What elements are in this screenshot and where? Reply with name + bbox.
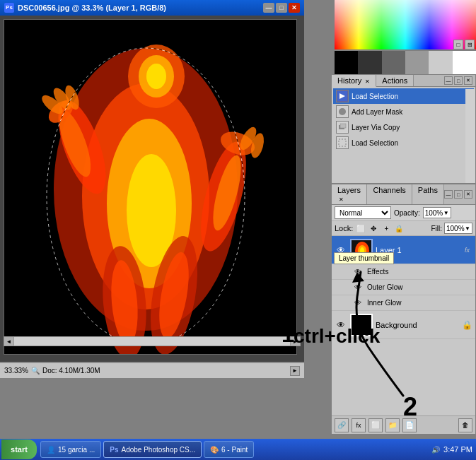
history-panel: History ✕ Actions — □ ✕ Load Selection: [331, 74, 476, 184]
opacity-row: Opacity: 100% ▼: [394, 207, 451, 218]
add-mask-btn[interactable]: ⬜: [368, 418, 383, 432]
taskbar: start 👤 15 garcia ... Ps Adobe Photoshop…: [0, 439, 476, 460]
effects-eye-icon[interactable]: 👁: [353, 267, 363, 277]
panel-min-btn[interactable]: —: [444, 76, 453, 85]
close-button[interactable]: ✕: [289, 3, 300, 13]
history-close-btn[interactable]: ✕: [365, 78, 370, 85]
panel-max-btn[interactable]: □: [454, 76, 463, 85]
svg-rect-31: [340, 124, 346, 128]
history-scrollbar[interactable]: [465, 89, 475, 183]
background-thumbnail: [350, 314, 373, 336]
taskbar-clock: 3:47 PM: [443, 445, 472, 454]
horizontal-scrollbar[interactable]: ◄ ►: [4, 336, 301, 346]
layers-panel: Layers ✕ Channels Paths — □ ✕ Normal Opa…: [331, 184, 476, 435]
start-button[interactable]: start: [1, 440, 37, 459]
system-tray: 🔊: [431, 446, 440, 454]
panel-close-btn[interactable]: ✕: [464, 76, 472, 85]
taskbar-item-0[interactable]: 👤 15 garcia ...: [40, 441, 101, 458]
lock-position-btn[interactable]: ✥: [368, 223, 378, 233]
history-item-icon-0: [336, 90, 349, 102]
layers-close-btn[interactable]: ✕: [464, 190, 472, 199]
history-panel-content: Load Selection Add Layer Mask Layer Via …: [332, 87, 475, 152]
canvas-area: ◄ ►: [0, 16, 304, 362]
lock-icon-btn[interactable]: 🔒: [394, 223, 404, 233]
link-layers-btn[interactable]: 🔗: [335, 418, 349, 432]
canvas-svg: [4, 20, 297, 355]
canvas-border: [4, 19, 297, 355]
fill-input[interactable]: 100% ▼: [444, 223, 472, 234]
taskbar-icon-2: 🎨: [210, 446, 219, 454]
layers-max-btn[interactable]: □: [454, 190, 463, 199]
layer1-visibility-btn[interactable]: 👁: [335, 244, 347, 256]
layer1-outer-glow-item[interactable]: 👁 Outer Glow: [332, 280, 475, 295]
panel-control-btns: — □ ✕: [444, 75, 475, 86]
new-layer-btn[interactable]: 📄: [402, 418, 417, 432]
right-panels: □ ⊞ History ✕ Actions — □ ✕: [331, 0, 476, 438]
zoom-level: 33.33%: [4, 367, 28, 375]
color-swatch-area: □ ⊞: [335, 0, 476, 74]
layer1-thumbnail: [350, 239, 373, 261]
layer1-inner-glow-item[interactable]: 👁 Inner Glow: [332, 295, 475, 311]
tab-actions[interactable]: Actions: [376, 75, 414, 86]
document-window: Ps DSC00656.jpg @ 33.3% (Layer 1, RGB/8)…: [0, 0, 304, 378]
blend-mode-select[interactable]: Normal: [335, 206, 391, 219]
swatch-btn2[interactable]: ⊞: [465, 40, 475, 49]
taskbar-right: 🔊 3:47 PM: [431, 445, 476, 454]
fill-arrow[interactable]: ▼: [465, 225, 470, 232]
layers-spacer: [332, 339, 475, 353]
taskbar-items: 👤 15 garcia ... Ps Adobe Photoshop CS...…: [40, 441, 431, 458]
new-group-btn[interactable]: 📁: [385, 418, 400, 432]
layer-item-layer1[interactable]: 👁 Layer 1 fx: [332, 236, 475, 264]
swatch-controls: □ ⊞: [453, 40, 475, 49]
svg-point-7: [146, 64, 166, 89]
layer-item-background[interactable]: 👁 Background 🔒: [332, 311, 475, 339]
lock-all-btn[interactable]: +: [381, 223, 391, 233]
layers-toolbar: 🔗 fx ⬜ 📁 📄 🗑: [332, 415, 475, 434]
layers-panel-tabs: Layers ✕ Channels Paths — □ ✕: [332, 184, 475, 205]
maximize-button[interactable]: □: [276, 3, 287, 13]
layers-close-x[interactable]: ✕: [339, 196, 344, 203]
history-item-3[interactable]: Load Selection: [333, 135, 474, 151]
taskbar-icon-1: Ps: [110, 446, 118, 454]
tab-channels[interactable]: Channels: [367, 184, 412, 204]
lock-pixels-btn[interactable]: ⬜: [356, 223, 366, 233]
doc-info: Doc: 4.10M/1.30M: [42, 367, 100, 375]
layers-min-btn[interactable]: —: [444, 190, 453, 199]
history-item-1[interactable]: Add Layer Mask: [333, 104, 474, 119]
tab-paths[interactable]: Paths: [412, 184, 444, 204]
minimize-button[interactable]: —: [263, 3, 274, 13]
history-item-icon-1: [336, 105, 349, 118]
history-item-0[interactable]: Load Selection: [333, 88, 474, 104]
swatch-btn1[interactable]: □: [453, 40, 463, 49]
taskbar-item-1[interactable]: Ps Adobe Photoshop CS...: [103, 441, 202, 458]
document-statusbar: 33.33% 🔍 Doc: 4.10M/1.30M ►: [0, 362, 304, 378]
background-visibility-btn[interactable]: 👁: [335, 319, 347, 331]
opacity-input[interactable]: 100% ▼: [423, 207, 451, 218]
inner-glow-eye-icon[interactable]: 👁: [353, 298, 363, 308]
add-effect-btn[interactable]: fx: [352, 418, 366, 432]
ps-icon: Ps: [4, 3, 14, 13]
scroll-right-btn[interactable]: ►: [290, 337, 300, 346]
history-item-icon-2: [336, 121, 349, 134]
document-titlebar: Ps DSC00656.jpg @ 33.3% (Layer 1, RGB/8)…: [0, 0, 304, 16]
history-item-2[interactable]: Layer Via Copy: [333, 119, 474, 135]
lock-row: Lock: ⬜ ✥ + 🔒 Fill: 100% ▼: [332, 221, 475, 236]
fill-info: Fill: 100% ▼: [431, 223, 472, 234]
status-arrow-btn[interactable]: ►: [290, 366, 300, 376]
tab-layers[interactable]: Layers ✕: [332, 184, 367, 204]
svg-point-28: [339, 108, 346, 115]
history-panel-tabs: History ✕ Actions — □ ✕: [332, 75, 475, 87]
delete-layer-btn[interactable]: 🗑: [458, 418, 472, 432]
taskbar-item-2[interactable]: 🎨 6 - Paint: [204, 441, 254, 458]
svg-point-37: [360, 247, 364, 254]
grayscale-row: [335, 51, 476, 74]
history-item-icon-3: [336, 136, 349, 149]
tab-history[interactable]: History ✕: [332, 75, 376, 87]
layers-panel-controls: — □ ✕: [444, 184, 475, 204]
opacity-arrow[interactable]: ▼: [443, 210, 449, 216]
taskbar-icon-0: 👤: [47, 446, 55, 454]
outer-glow-eye-icon[interactable]: 👁: [353, 283, 363, 293]
layer1-effects-item[interactable]: 👁 Effects: [332, 264, 475, 280]
scroll-left-btn[interactable]: ◄: [4, 337, 14, 346]
blend-mode-row: Normal Opacity: 100% ▼: [332, 205, 475, 221]
